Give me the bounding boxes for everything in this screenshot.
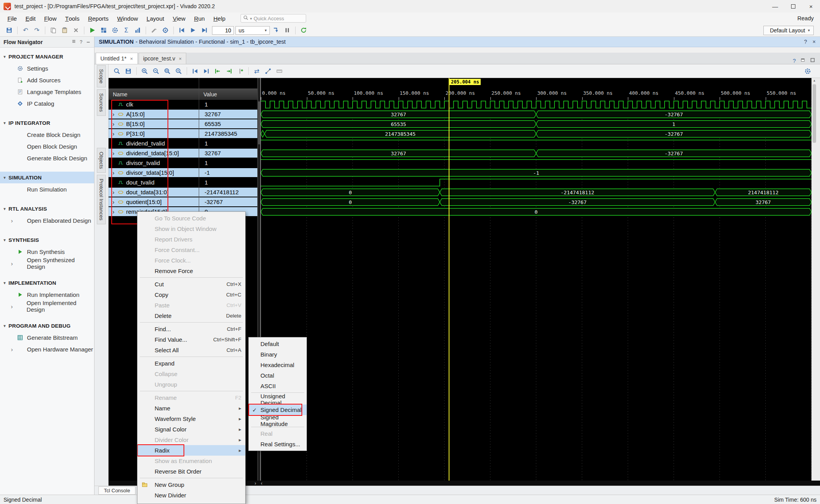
fn-item-run-implementation[interactable]: Run Implementation — [0, 289, 94, 300]
menu-item-new-divider[interactable]: New Divider — [137, 490, 245, 500]
zoom-to-cursor-icon[interactable] — [173, 66, 184, 76]
add-marker-icon[interactable] — [235, 66, 246, 76]
menu-item-cut[interactable]: CutCtrl+X — [137, 279, 245, 289]
signal-value-dout-tdata-31-0[interactable]: -2147418112 — [199, 188, 257, 197]
float-window-icon[interactable] — [800, 57, 806, 64]
signal-value-divisor-tvalid[interactable]: 1 — [199, 158, 257, 168]
time-cursor[interactable] — [449, 78, 449, 481]
fn-item-open-elaborated-design[interactable]: ›Open Elaborated Design — [0, 215, 94, 226]
next-transition-icon[interactable] — [224, 66, 234, 76]
menu-flow[interactable]: Flow — [40, 12, 61, 24]
relaunch-icon[interactable] — [298, 25, 309, 35]
tab-tcl-console[interactable]: Tcl Console — [98, 486, 135, 495]
collapse-arrow-icon[interactable]: ▾ — [4, 175, 6, 180]
radix-option-default[interactable]: Default — [249, 339, 307, 349]
expand-chevron-icon[interactable]: › — [111, 208, 116, 215]
menu-item-find[interactable]: Find...Ctrl+F — [137, 324, 245, 334]
fn-section-synthesis[interactable]: ▾SYNTHESIS — [0, 234, 94, 246]
sum-icon[interactable]: Σ — [121, 25, 132, 35]
scrollbar-thumb[interactable] — [813, 84, 816, 143]
signal-value-dividend-tvalid[interactable]: 1 — [199, 139, 257, 149]
tab-close-icon[interactable]: × — [130, 56, 133, 62]
signal-value-quotient-15-0[interactable]: -32767 — [199, 197, 257, 207]
signal-value-clk[interactable]: 1 — [199, 100, 257, 110]
fn-item-open-synthesized-design[interactable]: ›Open Synthesized Design — [0, 257, 94, 269]
menu-item-find-value[interactable]: Find Value...Ctrl+Shift+F — [137, 334, 245, 345]
tab-ipcore-test-v[interactable]: ipcore_test.v× — [139, 53, 187, 64]
expand-chevron-icon[interactable]: › — [111, 130, 116, 137]
expand-chevron-icon[interactable]: › — [9, 303, 14, 310]
fn-section-program-and-debug[interactable]: ▾PROGRAM AND DEBUG — [0, 320, 94, 332]
waveform-plot-area[interactable]: 0.000 ns50.000 ns100.000 ns150.000 ns200… — [261, 78, 811, 481]
menu-file[interactable]: File — [3, 12, 21, 24]
float-ruler-icon[interactable] — [274, 66, 285, 76]
expand-chevron-icon[interactable]: › — [111, 111, 116, 117]
scrollbar-thumb[interactable] — [258, 101, 260, 144]
probe-icon[interactable] — [160, 25, 171, 35]
collapse-arrow-icon[interactable]: ▾ — [4, 121, 6, 126]
copy-icon[interactable] — [48, 25, 59, 35]
fn-item-settings[interactable]: Settings — [0, 62, 94, 74]
signal-row-clk[interactable]: clk — [109, 100, 199, 110]
signal-value-a-15-0[interactable]: 32767 — [199, 110, 257, 119]
edit-icon[interactable] — [149, 25, 159, 35]
prev-transition-icon[interactable] — [212, 66, 223, 76]
expand-chevron-icon[interactable]: › — [9, 217, 14, 224]
time-unit-select[interactable]: us▾ — [235, 26, 270, 35]
radix-option-hexadecimal[interactable]: Hexadecimal — [249, 360, 307, 370]
menu-item-new-virtual-bus[interactable]: New Virtual Bus — [137, 500, 245, 504]
signal-row-b-15-0[interactable]: ›B[15:0] — [109, 119, 199, 129]
fn-item-run-synthesis[interactable]: Run Synthesis — [0, 246, 94, 257]
settings-gear-icon[interactable] — [110, 25, 120, 35]
expand-chevron-icon[interactable]: › — [9, 346, 14, 353]
menu-run[interactable]: Run — [190, 12, 209, 24]
run-all-icon[interactable] — [188, 25, 198, 35]
fn-item-ip-catalog[interactable]: IP Catalog — [0, 98, 94, 109]
banner-close-icon[interactable]: × — [813, 39, 816, 45]
side-tab-objects[interactable]: Objects — [97, 148, 106, 173]
menu-reports[interactable]: Reports — [84, 12, 113, 24]
run-icon[interactable] — [87, 25, 98, 35]
menu-item-new-group[interactable]: New Group — [137, 479, 245, 490]
tab-close-icon[interactable]: × — [179, 56, 182, 62]
snap-icon[interactable] — [263, 66, 273, 76]
fn-item-create-block-design[interactable]: Create Block Design — [0, 129, 94, 140]
restart-icon[interactable] — [176, 25, 187, 35]
banner-help-icon[interactable]: ? — [804, 39, 807, 45]
collapse-arrow-icon[interactable]: ▾ — [4, 238, 6, 243]
help-icon[interactable]: ? — [793, 58, 796, 64]
menu-lines-icon[interactable] — [71, 39, 76, 45]
radix-option-signed-magnitude[interactable]: Signed Magnitude — [249, 415, 307, 426]
fn-section-implementation[interactable]: ▾IMPLEMENTATION — [0, 277, 94, 289]
expand-chevron-icon[interactable]: › — [111, 169, 116, 176]
redo-icon[interactable]: ↷ — [32, 25, 42, 35]
quick-access-box[interactable]: ▾Quick Access — [241, 14, 306, 23]
fn-section-rtl-analysis[interactable]: ▾RTL ANALYSIS — [0, 203, 94, 215]
signal-row-dividend-tdata-15-0[interactable]: ›dividend_tdata[15:0] — [109, 149, 199, 158]
pause-icon[interactable] — [282, 25, 292, 35]
menu-item-waveform-style[interactable]: Waveform Style▸ — [137, 413, 245, 424]
signal-row-divisor-tvalid[interactable]: divisor_tvalid — [109, 158, 199, 168]
side-tab-protocol-instances[interactable]: Protocol Instances — [97, 175, 106, 224]
expand-chevron-icon[interactable]: › — [111, 150, 116, 156]
fn-item-open-implemented-design[interactable]: ›Open Implemented Design — [0, 300, 94, 312]
settings-gear-icon[interactable] — [802, 66, 813, 76]
dashboard-icon[interactable] — [98, 25, 109, 35]
menu-item-name[interactable]: Name▸ — [137, 403, 245, 413]
go-to-end-icon[interactable] — [201, 66, 212, 76]
paste-icon[interactable] — [59, 25, 70, 35]
run-for-icon[interactable] — [199, 25, 210, 35]
maximize-panel-icon[interactable] — [810, 57, 815, 64]
expand-chevron-icon[interactable]: › — [111, 121, 116, 127]
expand-chevron-icon[interactable]: › — [9, 260, 14, 267]
expand-chevron-icon[interactable]: › — [111, 189, 116, 195]
signal-value-divisor-tdata-15-0[interactable]: -1 — [199, 168, 257, 178]
signal-value-dividend-tdata-15-0[interactable]: 32767 — [199, 149, 257, 158]
signal-row-quotient-15-0[interactable]: ›quotient[15:0] — [109, 197, 199, 207]
close-icon[interactable]: × — [802, 0, 820, 12]
menu-layout[interactable]: Layout — [142, 12, 168, 24]
collapse-arrow-icon[interactable]: ▾ — [4, 280, 6, 286]
fn-item-generate-bitstream[interactable]: Generate Bitstream — [0, 332, 94, 343]
layout-select[interactable]: Default Layout▾ — [763, 26, 814, 35]
menu-help[interactable]: Help — [209, 12, 230, 24]
